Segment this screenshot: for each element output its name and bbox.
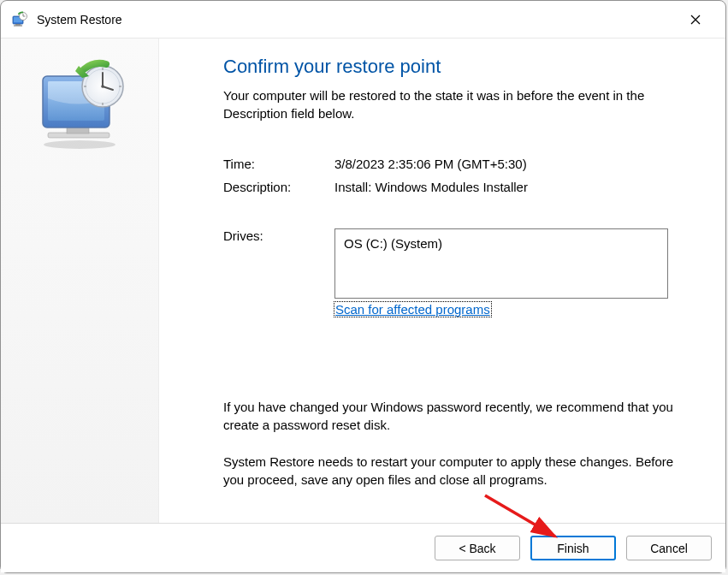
button-bar: < Back Finish Cancel — [1, 523, 725, 572]
description-value: Install: Windows Modules Installer — [334, 180, 695, 194]
system-restore-window: System Restore — [0, 0, 726, 573]
close-button[interactable] — [676, 6, 715, 33]
description-row: Description: Install: Windows Modules In… — [223, 180, 695, 194]
cancel-button[interactable]: Cancel — [626, 536, 712, 560]
restore-icon — [33, 57, 127, 154]
time-value: 3/8/2023 2:35:06 PM (GMT+5:30) — [334, 157, 695, 171]
drives-row: Drives: OS (C:) (System) — [223, 228, 695, 299]
time-row: Time: 3/8/2023 2:35:06 PM (GMT+5:30) — [223, 157, 695, 171]
password-note: If you have changed your Windows passwor… — [223, 398, 695, 434]
description-label: Description: — [223, 180, 334, 194]
finish-button[interactable]: Finish — [530, 536, 616, 560]
svg-point-10 — [44, 140, 115, 149]
app-icon — [11, 11, 28, 28]
time-label: Time: — [223, 157, 334, 171]
drives-label: Drives: — [223, 228, 334, 299]
content-panel: Confirm your restore point Your computer… — [159, 39, 725, 523]
restart-note: System Restore needs to restart your com… — [223, 453, 695, 489]
sidebar — [1, 39, 159, 523]
page-subheading: Your computer will be restored to the st… — [223, 86, 695, 122]
page-heading: Confirm your restore point — [223, 56, 695, 78]
titlebar: System Restore — [1, 1, 725, 39]
svg-rect-2 — [15, 24, 21, 26]
svg-rect-3 — [14, 25, 22, 26]
back-button[interactable]: < Back — [435, 536, 520, 560]
bottom-notes: If you have changed your Windows passwor… — [223, 398, 695, 507]
drive-item: OS (C:) (System) — [344, 236, 442, 251]
dialog-body: Confirm your restore point Your computer… — [1, 39, 725, 523]
scan-affected-programs-link[interactable]: Scan for affected programs — [334, 302, 491, 317]
drives-listbox[interactable]: OS (C:) (System) — [334, 228, 668, 299]
window-title: System Restore — [37, 13, 122, 27]
